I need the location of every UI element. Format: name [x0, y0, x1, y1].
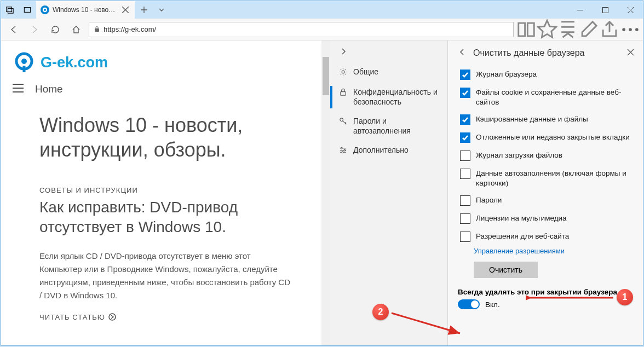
checkbox-label: Разрешения для веб-сайта: [476, 232, 569, 241]
arrow-circle-icon: [108, 313, 116, 321]
svg-rect-0: [7, 7, 12, 12]
svg-point-11: [21, 59, 27, 64]
checkbox-row-1[interactable]: Файлы cookie и сохраненные данные веб-са…: [458, 84, 634, 111]
read-more-link[interactable]: ЧИТАТЬ СТАТЬЮ: [1, 302, 330, 321]
svg-point-4: [44, 9, 46, 11]
always-delete-toggle[interactable]: [458, 299, 480, 309]
svg-point-9: [635, 28, 639, 31]
checkbox-row-2[interactable]: Кэшированные данные и файлы: [458, 111, 634, 129]
lock-icon: [339, 88, 348, 98]
svg-line-20: [392, 313, 460, 333]
svg-point-16: [341, 147, 342, 149]
nav-refresh-button[interactable]: [45, 19, 66, 41]
favorites-hub-icon[interactable]: [557, 19, 578, 41]
svg-point-7: [622, 28, 625, 31]
panel-back-button[interactable]: [458, 48, 467, 59]
checkbox[interactable]: [460, 195, 470, 206]
article-category: СОВЕТЫ И ИНСТРУКЦИИ: [1, 173, 330, 198]
nav-back-button[interactable]: [3, 19, 24, 41]
page-headline: Windows 10 - новости, инструкции, обзоры…: [1, 104, 330, 173]
checkbox[interactable]: [460, 132, 470, 143]
svg-rect-1: [8, 8, 14, 13]
window-maximize-button[interactable]: [593, 1, 618, 19]
tab-title: Windows 10 - новости,: [53, 6, 118, 14]
checkbox-label: Файлы cookie и сохраненные данные веб-са…: [476, 88, 632, 107]
key-icon: [339, 117, 348, 127]
settings-item-privacy[interactable]: Конфиденциальность и безопасность: [330, 83, 447, 112]
annotation-arrow-1: [526, 293, 616, 303]
checkbox-row-3[interactable]: Отложенные или недавно закрытые вкладки: [458, 129, 634, 147]
manage-permissions-link[interactable]: Управление разрешениями: [458, 246, 634, 255]
settings-back-button[interactable]: [330, 41, 447, 62]
checkbox-row-6[interactable]: Пароли: [458, 192, 634, 210]
checkbox-row-7[interactable]: Лицензии на мультимедиа: [458, 210, 634, 228]
menu-dots-icon[interactable]: [620, 19, 641, 41]
tab-favicon: [41, 5, 49, 14]
svg-point-12: [109, 314, 116, 320]
nav-forward-button[interactable]: [24, 19, 45, 41]
checkbox-row-8[interactable]: Разрешения для веб-сайта: [458, 228, 634, 246]
svg-rect-2: [24, 8, 30, 13]
gear-icon: [339, 68, 348, 78]
settings-sidebar: Общие Конфиденциальность и безопасность …: [330, 41, 448, 345]
tab-chevron-icon[interactable]: [153, 1, 170, 19]
toggle-state-label: Вкл.: [485, 300, 500, 309]
checkbox[interactable]: [460, 151, 470, 161]
checkbox[interactable]: [460, 232, 470, 242]
lock-icon: [94, 25, 100, 34]
checkbox[interactable]: [460, 70, 470, 80]
checkbox-label: Журнал браузера: [476, 70, 537, 79]
reading-view-icon[interactable]: [516, 19, 537, 41]
favorite-star-icon[interactable]: [537, 19, 557, 41]
tabs-aside-icon[interactable]: [1, 1, 19, 19]
logo-mark-icon: [12, 50, 36, 74]
nav-home-button[interactable]: [66, 19, 87, 41]
site-logo[interactable]: G-ek.com: [1, 47, 330, 79]
hamburger-icon[interactable]: [12, 83, 24, 95]
svg-rect-14: [341, 92, 346, 96]
checkbox-row-4[interactable]: Журнал загрузки файлов: [458, 147, 634, 165]
checkbox-label: Кэшированные данные и файлы: [476, 114, 588, 124]
panel-close-button[interactable]: [627, 48, 634, 58]
share-icon[interactable]: [599, 19, 620, 41]
checkbox-label: Лицензии на мультимедиа: [476, 213, 567, 223]
address-text: https://g-ek.com/: [104, 25, 156, 33]
checkbox-label: Журнал загрузки файлов: [476, 151, 562, 160]
new-tab-button[interactable]: [135, 1, 153, 19]
settings-item-advanced[interactable]: Дополнительно: [330, 141, 447, 161]
window-close-button[interactable]: [618, 1, 643, 19]
clear-button[interactable]: Очистить: [474, 262, 538, 278]
settings-item-general[interactable]: Общие: [330, 62, 447, 83]
checkbox-row-5[interactable]: Данные автозаполнения (включая формы и к…: [458, 165, 634, 192]
settings-item-passwords[interactable]: Пароли и автозаполнения: [330, 112, 447, 141]
svg-rect-6: [95, 28, 99, 32]
svg-point-13: [342, 71, 344, 73]
panel-title: Очистить данные браузера: [473, 48, 620, 58]
svg-point-8: [629, 28, 632, 31]
checkbox-label: Данные автозаполнения (включая формы и к…: [476, 169, 632, 188]
tab-close-icon[interactable]: [122, 6, 129, 14]
browser-tab[interactable]: Windows 10 - новости,: [36, 1, 135, 19]
checkbox-row-0[interactable]: Журнал браузера: [458, 66, 634, 84]
window-minimize-button[interactable]: [567, 1, 593, 19]
nav-home-link[interactable]: Home: [35, 83, 63, 95]
annotation-badge-1: 1: [617, 289, 633, 305]
annotation-badge-2: 2: [372, 304, 389, 320]
checkbox-label: Отложенные или недавно закрытые вкладки: [476, 132, 630, 142]
annotation-arrow-2: [389, 310, 465, 337]
page-scrollbar[interactable]: [321, 41, 330, 345]
sliders-icon: [339, 146, 348, 156]
checkbox[interactable]: [460, 213, 470, 224]
article-body: Если ярлык CD / DVD-привода отсутствует …: [1, 245, 330, 302]
article-title[interactable]: Как исправить: DVD-привод отсутствует в …: [1, 198, 330, 245]
svg-point-17: [344, 149, 346, 151]
tabs-preview-icon[interactable]: [19, 1, 36, 19]
checkbox[interactable]: [460, 88, 470, 98]
checkbox[interactable]: [460, 114, 470, 125]
logo-text: G-ek.com: [41, 54, 108, 71]
address-bar[interactable]: https://g-ek.com/: [89, 22, 514, 37]
svg-point-18: [342, 152, 343, 153]
web-notes-icon[interactable]: [578, 19, 599, 41]
svg-rect-5: [602, 7, 608, 13]
checkbox[interactable]: [460, 169, 470, 179]
